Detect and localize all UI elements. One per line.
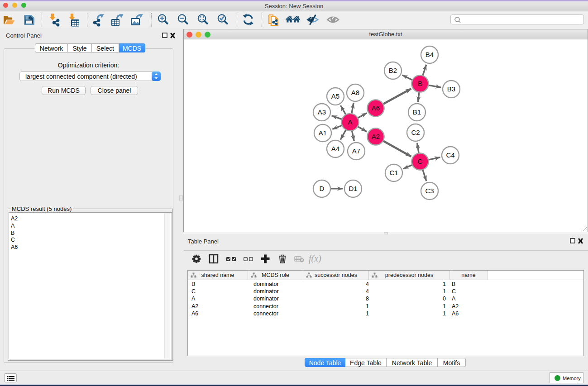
svg-text:B2: B2 (389, 67, 397, 74)
svg-text:C4: C4 (446, 151, 454, 159)
svg-text:A3: A3 (318, 108, 326, 116)
svg-text:C2: C2 (411, 129, 420, 136)
svg-text:A7: A7 (352, 147, 360, 155)
svg-text:B3: B3 (447, 85, 455, 93)
svg-text:C1: C1 (389, 169, 398, 176)
svg-text:A: A (348, 118, 352, 126)
svg-text:A1: A1 (319, 129, 327, 137)
svg-text:D1: D1 (349, 185, 357, 192)
svg-text:B1: B1 (413, 108, 421, 116)
svg-text:A6: A6 (372, 104, 380, 112)
svg-text:D: D (320, 185, 325, 192)
svg-text:A8: A8 (351, 89, 359, 96)
svg-text:A2: A2 (372, 133, 380, 140)
svg-text:A5: A5 (331, 92, 339, 100)
svg-text:C: C (418, 157, 423, 165)
svg-text:B4: B4 (425, 51, 434, 58)
svg-text:C3: C3 (425, 187, 434, 195)
svg-text:A4: A4 (331, 145, 339, 152)
svg-text:B: B (418, 80, 422, 87)
